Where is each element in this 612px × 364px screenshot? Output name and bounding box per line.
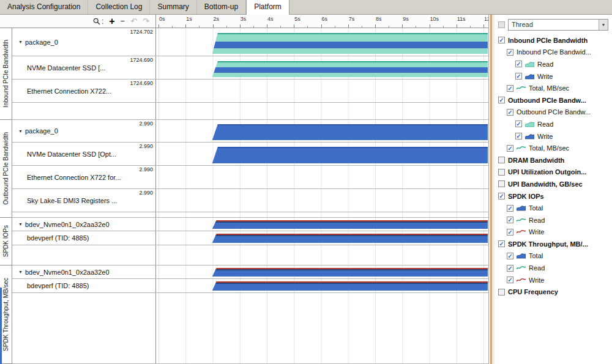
filter-checkbox[interactable] bbox=[498, 21, 505, 28]
timeline-row: Sky Lake-E DMI3 Registers ...2.990 bbox=[12, 189, 488, 212]
row-chart-area[interactable] bbox=[156, 212, 488, 217]
legend-checkbox[interactable]: ✓ bbox=[507, 217, 513, 223]
legend-checkbox[interactable]: ✓ bbox=[498, 193, 505, 199]
time-ruler[interactable]: 0s1s2s3s4s5s6s7s8s9s10s11s12s bbox=[156, 15, 488, 28]
legend-item-inbound-pcie-bandwidth[interactable]: ✓Inbound PCIe Bandwidth bbox=[498, 34, 611, 46]
legend-item-inbound-pcie-bandwid-[interactable]: ✓Inbound PCIe Bandwid... bbox=[498, 46, 611, 59]
legend-checkbox[interactable]: ✓ bbox=[507, 85, 513, 92]
legend-checkbox[interactable]: ✓ bbox=[515, 121, 522, 127]
legend-checkbox[interactable]: ✓ bbox=[498, 240, 505, 247]
row-chart-area[interactable] bbox=[156, 266, 488, 278]
row-chart-area[interactable] bbox=[156, 28, 488, 56]
row-chart-area[interactable] bbox=[156, 293, 488, 363]
legend-item-total[interactable]: ✓Total bbox=[498, 202, 611, 214]
legend-item-dram-bandwidth[interactable]: DRAM Bandwidth bbox=[498, 154, 611, 166]
row-chart-area[interactable] bbox=[156, 166, 488, 188]
row-max-value: 2.990 bbox=[139, 121, 153, 127]
legend-item-total-mb-sec[interactable]: ✓Total, MB/sec bbox=[498, 82, 611, 94]
legend-checkbox[interactable]: ✓ bbox=[507, 205, 513, 212]
legend-item-write[interactable]: ✓Write bbox=[498, 226, 611, 239]
row-chart-area[interactable] bbox=[156, 279, 488, 292]
legend-item-label: Read bbox=[529, 264, 545, 272]
legend-item-read[interactable]: ✓Read bbox=[498, 262, 611, 274]
ruler-tick-minor bbox=[443, 26, 444, 28]
metric-group-strip: Inbound PCIe BandwidthOutbound PCIe Band… bbox=[0, 28, 12, 364]
row-chart-area[interactable] bbox=[156, 103, 488, 119]
row-label[interactable]: bdevperf (TID: 4885) bbox=[12, 279, 156, 292]
legend-item-read[interactable]: ✓Read bbox=[498, 118, 611, 130]
row-chart-area[interactable] bbox=[156, 218, 488, 231]
legend-checkbox[interactable]: ✓ bbox=[507, 109, 513, 116]
ruler-tick-label: 7s bbox=[349, 16, 355, 22]
legend-item-upi-bandwidth-gb-sec[interactable]: UPI Bandwidth, GB/sec bbox=[498, 178, 611, 190]
zoom-out-icon[interactable]: − bbox=[121, 17, 125, 25]
line-red-icon bbox=[517, 229, 526, 235]
legend-checkbox[interactable]: ✓ bbox=[498, 97, 505, 103]
zoom-undo-icon[interactable]: ↶ bbox=[130, 17, 137, 25]
tab-summary[interactable]: Summary bbox=[150, 0, 196, 14]
legend-item-label: Inbound PCIe Bandwidth bbox=[508, 37, 588, 44]
row-label[interactable]: NVMe Datacenter SSD [...1724.690 bbox=[12, 56, 156, 79]
collapse-arrow-icon[interactable]: ▼ bbox=[18, 222, 23, 226]
row-chart-area[interactable] bbox=[156, 245, 488, 265]
legend-item-read[interactable]: ✓Read bbox=[498, 214, 611, 226]
legend-item-spdk-throughput-mb-[interactable]: ✓SPDK Throughput, MB/... bbox=[498, 238, 611, 250]
row-label[interactable]: Sky Lake-E DMI3 Registers ...2.990 bbox=[12, 189, 156, 212]
row-chart-area[interactable] bbox=[156, 120, 488, 142]
tab-bottom-up[interactable]: Bottom-up bbox=[197, 0, 246, 14]
legend-checkbox[interactable] bbox=[498, 157, 505, 163]
legend-checkbox[interactable]: ✓ bbox=[507, 229, 513, 236]
row-chart-area[interactable] bbox=[156, 231, 488, 245]
legend-item-write[interactable]: ✓Write bbox=[498, 70, 611, 83]
row-label[interactable]: Ethernet Connection X722...1724.690 bbox=[12, 80, 156, 102]
legend-checkbox[interactable]: ✓ bbox=[515, 133, 522, 139]
legend-checkbox[interactable] bbox=[498, 289, 505, 295]
legend-checkbox[interactable]: ✓ bbox=[507, 253, 513, 259]
collapse-arrow-icon[interactable]: ▼ bbox=[18, 40, 23, 44]
row-label[interactable]: ▼package_02.990 bbox=[12, 120, 156, 142]
legend-item-read[interactable]: ✓Read bbox=[498, 58, 611, 70]
row-chart-area[interactable] bbox=[156, 80, 488, 102]
legend-checkbox[interactable]: ✓ bbox=[507, 277, 513, 283]
legend-item-upi-utilization-outgoin-[interactable]: UPI Utilization Outgoin... bbox=[498, 166, 611, 179]
thread-filter-dropdown[interactable]: Thread ▼ bbox=[508, 19, 608, 31]
legend-checkbox[interactable] bbox=[498, 169, 505, 176]
legend-checkbox[interactable]: ✓ bbox=[507, 265, 513, 272]
row-chart-area[interactable] bbox=[156, 143, 488, 165]
legend-item-spdk-iops[interactable]: ✓SPDK IOPs bbox=[498, 190, 611, 202]
row-label[interactable]: Ethernet Connection X722 for...2.990 bbox=[12, 166, 156, 188]
legend-item-cpu-frequency[interactable]: CPU Frequency bbox=[498, 286, 611, 298]
row-label[interactable]: ▼bdev_Nvme0n1_0x2aa32e0 bbox=[12, 266, 156, 278]
row-label[interactable]: ▼package_01724.702 bbox=[12, 28, 156, 56]
legend-checkbox[interactable]: ✓ bbox=[515, 61, 522, 67]
row-chart-area[interactable] bbox=[156, 56, 488, 79]
thread-filter-value: Thread bbox=[509, 21, 533, 28]
dropdown-arrow-icon[interactable]: ▼ bbox=[599, 20, 608, 30]
legend-item-outbound-pcie-bandw-[interactable]: ✓Outbound PCIe Bandw... bbox=[498, 94, 611, 106]
legend-item-outbound-pcie-bandw-[interactable]: ✓Outbound PCIe Bandw... bbox=[498, 106, 611, 119]
legend-checkbox[interactable] bbox=[498, 180, 505, 187]
legend-checkbox[interactable]: ✓ bbox=[507, 145, 513, 152]
row-label[interactable]: bdevperf (TID: 4885) bbox=[12, 231, 156, 245]
tab-collection-log[interactable]: Collection Log bbox=[88, 0, 150, 14]
zoom-in-icon[interactable]: + bbox=[109, 17, 114, 26]
legend-item-total[interactable]: ✓Total bbox=[498, 250, 611, 262]
zoom-redo-icon[interactable]: ↷ bbox=[143, 17, 149, 25]
tab-platform[interactable]: Platform bbox=[246, 0, 289, 15]
legend-checkbox[interactable]: ✓ bbox=[515, 73, 522, 80]
row-label[interactable]: ▼bdev_Nvme0n1_0x2aa32e0 bbox=[12, 218, 156, 231]
panel-splitter[interactable] bbox=[488, 15, 494, 364]
ruler-tick-minor bbox=[199, 26, 200, 28]
legend-checkbox[interactable]: ✓ bbox=[498, 37, 505, 43]
collapse-arrow-icon[interactable]: ▼ bbox=[18, 270, 23, 274]
row-label[interactable]: NVMe Datacenter SSD [Opt...2.990 bbox=[12, 143, 156, 165]
timeline-spacer-row bbox=[12, 103, 488, 120]
legend-checkbox[interactable]: ✓ bbox=[507, 49, 513, 56]
collapse-arrow-icon[interactable]: ▼ bbox=[18, 129, 23, 133]
tab-analysis-configuration[interactable]: Analysis Configuration bbox=[0, 0, 88, 14]
zoom-cursor-icon[interactable]: : bbox=[93, 18, 103, 25]
row-chart-area[interactable] bbox=[156, 189, 488, 212]
legend-item-write[interactable]: ✓Write bbox=[498, 130, 611, 143]
legend-item-write[interactable]: ✓Write bbox=[498, 274, 611, 286]
legend-item-total-mb-sec[interactable]: ✓Total, MB/sec bbox=[498, 142, 611, 154]
